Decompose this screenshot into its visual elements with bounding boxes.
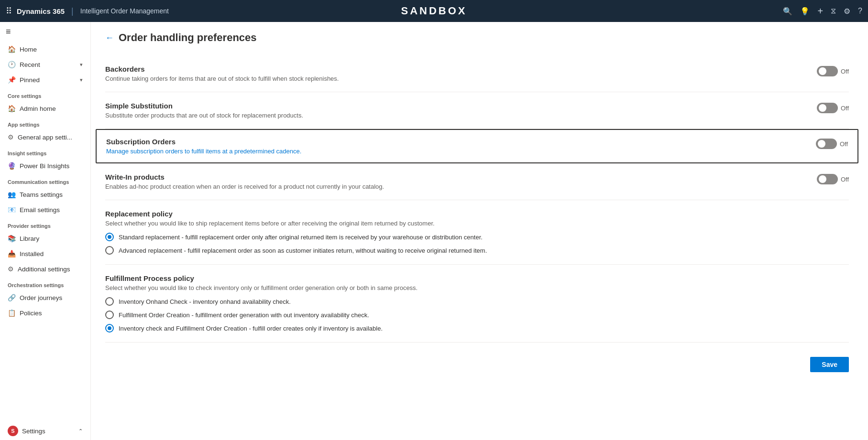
library-icon: 📚 xyxy=(8,235,16,242)
backorders-section: Backorders Continue taking orders for it… xyxy=(105,55,849,92)
section-label-orchestration: Orchestration settings xyxy=(0,277,90,290)
power-bi-icon: 🔮 xyxy=(8,162,16,170)
sidebar-item-policies[interactable]: 📋 Policies xyxy=(0,305,90,321)
fulfillment-policy-label: Fulfillment Process policy xyxy=(105,274,849,282)
simple-substitution-toggle-track[interactable] xyxy=(817,103,838,113)
subscription-orders-toggle[interactable]: Off xyxy=(816,139,848,149)
fulfillment-policy-section: Fulfillment Process policy Select whethe… xyxy=(105,265,849,343)
grid-icon[interactable]: ⠿ xyxy=(6,6,12,16)
replacement-policy-desc: Select whether you would like to ship re… xyxy=(105,220,849,227)
subscription-orders-toggle-track[interactable] xyxy=(816,139,837,149)
radio-order-creation-circle[interactable] xyxy=(105,311,114,319)
replacement-policy-radio-group: Standard replacement - fulfill replaceme… xyxy=(105,233,849,255)
sidebar-settings-label: Settings xyxy=(22,428,45,435)
replacement-advanced-option[interactable]: Advanced replacement - fulfill replaceme… xyxy=(105,246,849,255)
sidebar-item-email[interactable]: 📧 Email settings xyxy=(0,202,90,217)
sidebar-admin-home-label: Admin home xyxy=(20,105,56,112)
settings-icon[interactable]: ⚙ xyxy=(844,7,850,16)
sidebar-library-label: Library xyxy=(20,235,39,242)
brand-label: Dynamics 365 xyxy=(17,7,65,15)
fulfillment-order-creation-label: Fulfillment Order Creation - fulfillment… xyxy=(119,311,369,319)
admin-home-icon: 🏠 xyxy=(8,105,16,112)
section-label-app: App settings xyxy=(0,116,90,129)
sidebar-item-power-bi[interactable]: 🔮 Power Bi Insights xyxy=(0,158,90,173)
write-in-products-name: Write-In products xyxy=(105,173,536,181)
subscription-orders-name: Subscription Orders xyxy=(106,138,537,146)
add-icon[interactable]: + xyxy=(817,6,823,17)
fulfillment-inventory-fulfillment-option[interactable]: Inventory check and Fulfillment Order Cr… xyxy=(105,324,849,333)
sidebar-item-installed[interactable]: 📥 Installed xyxy=(0,246,90,261)
radio-inventory-onhand-circle[interactable] xyxy=(105,297,114,306)
sidebar-pinned-label: Pinned xyxy=(20,76,40,84)
sidebar-general-app-label: General app setti... xyxy=(18,134,72,141)
replacement-policy-section: Replacement policy Select whether you wo… xyxy=(105,200,849,265)
write-in-products-section: Write-In products Enables ad-hoc product… xyxy=(105,163,849,200)
email-icon: 📧 xyxy=(8,206,16,214)
replacement-policy-label: Replacement policy xyxy=(105,210,849,218)
main-layout: ≡ 🏠 Home 🕐 Recent ▾ 📌 Pinned ▾ Core sett… xyxy=(0,22,868,440)
sidebar-item-admin-home[interactable]: 🏠 Admin home xyxy=(0,101,90,116)
fulfillment-policy-desc: Select whether you would like to check i… xyxy=(105,284,849,291)
backorders-toggle[interactable]: Off xyxy=(817,66,849,76)
content-area: ← Order handling preferences Backorders … xyxy=(91,22,868,440)
sidebar-item-recent[interactable]: 🕐 Recent ▾ xyxy=(0,57,90,72)
sidebar-item-library[interactable]: 📚 Library xyxy=(0,231,90,246)
sidebar-item-general-app[interactable]: ⚙ General app setti... xyxy=(0,129,90,145)
sidebar-item-additional[interactable]: ⚙ Additional settings xyxy=(0,261,90,277)
filter-icon[interactable]: ⧖ xyxy=(831,7,836,15)
save-button[interactable]: Save xyxy=(810,357,849,372)
write-in-products-desc: Enables ad-hoc product creation when an … xyxy=(105,183,536,190)
simple-substitution-toggle[interactable]: Off xyxy=(817,103,849,113)
backorders-toggle-label: Off xyxy=(841,68,849,75)
sidebar: ≡ 🏠 Home 🕐 Recent ▾ 📌 Pinned ▾ Core sett… xyxy=(0,22,91,440)
fulfillment-inventory-fulfillment-label: Inventory check and Fulfillment Order Cr… xyxy=(119,325,383,332)
search-icon[interactable]: 🔍 xyxy=(783,7,792,16)
subscription-orders-toggle-label: Off xyxy=(840,140,848,148)
backorders-name: Backorders xyxy=(105,65,536,73)
lightbulb-icon[interactable]: 💡 xyxy=(800,7,810,16)
hamburger-menu[interactable]: ≡ xyxy=(0,22,90,42)
teams-icon: 👥 xyxy=(8,191,16,198)
sidebar-settings-item[interactable]: S Settings ⌃ xyxy=(0,422,90,440)
sidebar-item-pinned[interactable]: 📌 Pinned ▾ xyxy=(0,72,90,87)
section-label-core: Core settings xyxy=(0,87,90,101)
chevron-up-icon: ⌃ xyxy=(78,428,83,434)
write-in-products-toggle-thumb xyxy=(819,175,826,183)
topbar-actions: 🔍 💡 + ⧖ ⚙ ? xyxy=(783,6,862,17)
subscription-orders-toggle-thumb xyxy=(818,140,825,148)
sidebar-installed-label: Installed xyxy=(20,250,44,258)
fulfillment-policy-radio-group: Inventory Onhand Check - inventory onhan… xyxy=(105,297,849,333)
backorders-toggle-thumb xyxy=(819,67,826,75)
write-in-products-toggle-track[interactable] xyxy=(817,174,838,184)
app-name-label: Intelligent Order Management xyxy=(80,7,169,15)
additional-icon: ⚙ xyxy=(8,265,14,273)
help-icon[interactable]: ? xyxy=(858,7,862,15)
sidebar-home-label: Home xyxy=(20,46,37,53)
fulfillment-order-creation-option[interactable]: Fulfillment Order Creation - fulfillment… xyxy=(105,311,849,319)
save-bar: Save xyxy=(105,357,849,372)
back-button[interactable]: ← xyxy=(105,33,114,43)
page-title: Order handling preferences xyxy=(119,32,257,44)
fulfillment-inventory-onhand-option[interactable]: Inventory Onhand Check - inventory onhan… xyxy=(105,297,849,306)
page-header: ← Order handling preferences xyxy=(105,32,849,44)
sidebar-item-teams[interactable]: 👥 Teams settings xyxy=(0,187,90,202)
section-label-communication: Communication settings xyxy=(0,173,90,187)
sidebar-item-order-journeys[interactable]: 🔗 Order journeys xyxy=(0,290,90,305)
simple-substitution-desc: Substitute order products that are out o… xyxy=(105,112,536,119)
sidebar-item-home[interactable]: 🏠 Home xyxy=(0,42,90,57)
simple-substitution-toggle-thumb xyxy=(819,104,826,112)
section-label-insight: Insight settings xyxy=(0,145,90,158)
simple-substitution-toggle-label: Off xyxy=(841,105,849,112)
backorders-toggle-track[interactable] xyxy=(817,66,838,76)
replacement-standard-option[interactable]: Standard replacement - fulfill replaceme… xyxy=(105,233,849,241)
sandbox-label: SANDBOX xyxy=(401,5,467,17)
radio-advanced-circle[interactable] xyxy=(105,246,114,255)
radio-inventory-fulfillment-circle[interactable] xyxy=(105,324,114,333)
recent-icon: 🕐 xyxy=(8,61,16,68)
radio-standard-circle[interactable] xyxy=(105,233,114,241)
sidebar-recent-label: Recent xyxy=(20,61,40,68)
sidebar-power-bi-label: Power Bi Insights xyxy=(20,162,69,170)
fulfillment-inventory-onhand-label: Inventory Onhand Check - inventory onhan… xyxy=(119,298,291,305)
write-in-products-toggle[interactable]: Off xyxy=(817,174,849,184)
simple-substitution-name: Simple Substitution xyxy=(105,102,536,110)
